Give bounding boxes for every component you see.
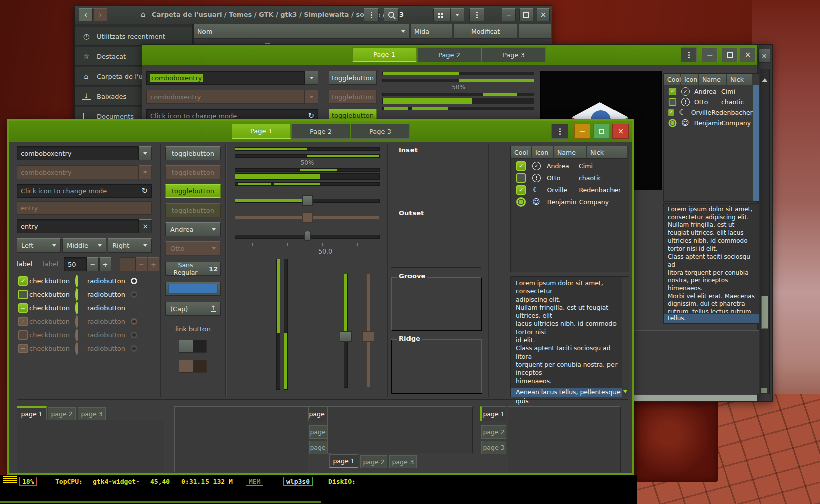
close-button[interactable]: × <box>537 8 550 21</box>
view-grid-button[interactable] <box>433 8 450 21</box>
tree-col-name[interactable]: Name <box>554 146 587 159</box>
entry[interactable]: entry <box>17 219 139 233</box>
close-button[interactable]: × <box>612 124 629 139</box>
togglebutton[interactable]: togglebutton <box>165 146 221 160</box>
view-options-button[interactable] <box>450 8 464 21</box>
tab-page2[interactable]: Page 2 <box>417 47 481 62</box>
checkbox-checked[interactable] <box>516 161 526 171</box>
switch-off[interactable] <box>179 340 207 353</box>
table-row[interactable]: ☺BenjaminCompany <box>664 118 752 128</box>
spin-decrement-button[interactable]: − <box>87 257 99 271</box>
column-header-name[interactable]: Nom <box>194 24 409 39</box>
notebook4-tab-page3[interactable]: page 3 <box>481 441 506 454</box>
window-menu-button[interactable] <box>681 47 697 62</box>
table-row[interactable]: ☾OrvilleRedenbacher <box>511 184 628 196</box>
comboboxentry-dropdown-button[interactable] <box>305 71 318 85</box>
table-row[interactable]: !Ottochaotic <box>511 172 628 184</box>
refresh-icon[interactable]: ↻ <box>141 186 148 195</box>
notebook3-tab-page2[interactable]: page 2 <box>360 455 387 468</box>
tree-col-icon[interactable]: Icon <box>681 74 699 85</box>
table-row[interactable]: ☾OrvilleRedenbacher <box>664 107 752 118</box>
table-row[interactable]: ✓AndreaCimi <box>664 86 752 97</box>
radiobutton-small[interactable] <box>131 291 137 298</box>
radio-selected[interactable] <box>668 119 676 127</box>
slider-handle[interactable] <box>340 331 352 342</box>
notebook4-tab-page2[interactable]: page 2 <box>481 425 506 439</box>
checkbutton-indeterminate[interactable] <box>18 303 28 313</box>
notebook3-tab-page1[interactable]: page 1 <box>329 454 358 468</box>
pane-divider[interactable] <box>160 144 161 397</box>
headerbar[interactable]: Page 1 Page 2 Page 3 − × <box>9 121 632 142</box>
font-button[interactable]: Sans Regular 12 <box>165 262 221 276</box>
checkbox-unchecked[interactable] <box>669 98 676 106</box>
close-button[interactable]: × <box>758 49 770 63</box>
maximize-button[interactable] <box>593 124 609 139</box>
minimize-button[interactable]: − <box>574 124 590 139</box>
table-row[interactable]: ✓AndreaCimi <box>511 160 628 172</box>
tab-page3[interactable]: Page 3 <box>482 47 546 62</box>
maximize-button[interactable] <box>722 47 738 62</box>
combobox[interactable]: Andrea <box>165 222 221 236</box>
menu-kebab-button[interactable] <box>364 8 379 21</box>
slider-handle[interactable] <box>302 195 313 206</box>
scroll-up-icon[interactable] <box>762 75 768 82</box>
window-menu-button[interactable] <box>551 124 568 139</box>
radiobutton-indeterminate[interactable] <box>75 302 78 314</box>
hscale[interactable] <box>235 195 380 207</box>
scrollbar-vertical[interactable] <box>622 277 629 397</box>
pane-divider[interactable] <box>488 144 489 397</box>
scrollbar-thumb[interactable] <box>761 296 768 329</box>
window-menu-button[interactable] <box>469 8 484 21</box>
comboboxentry-dropdown-button[interactable] <box>139 146 152 160</box>
tab-page1[interactable]: Page 1 <box>352 47 417 62</box>
scrollbar-vertical[interactable] <box>753 85 759 201</box>
scrollbar-vertical[interactable] <box>760 69 770 394</box>
vscale[interactable] <box>340 274 352 389</box>
checkbutton-unchecked[interactable] <box>18 290 28 299</box>
minimize-button[interactable]: − <box>502 8 516 21</box>
scrollbar-thumb-2[interactable] <box>761 388 767 393</box>
column-header-size[interactable]: Mida <box>411 24 453 39</box>
radiobutton-small[interactable] <box>131 278 137 284</box>
hscale-with-marks[interactable] <box>235 230 380 247</box>
notebook3-tab-page3[interactable]: page 3 <box>389 455 417 468</box>
table-row[interactable]: ☺BenjaminCompany <box>511 196 628 208</box>
entry-clear-button[interactable]: × <box>139 219 152 233</box>
comboboxentry[interactable]: comboboxentry <box>146 71 305 85</box>
tree-col-cool[interactable]: Cool <box>511 146 532 159</box>
dropdown-left[interactable]: Left <box>17 238 61 253</box>
spin-increment-button[interactable]: + <box>99 257 111 271</box>
sidebar-item-recent[interactable]: ◷Utilitzats recentment <box>75 27 192 46</box>
spinbutton-value[interactable]: 50 <box>64 257 87 271</box>
checkbox-unchecked[interactable] <box>516 173 526 183</box>
tab-page2[interactable]: Page 2 <box>291 124 350 139</box>
tree-col-cool[interactable]: Cool <box>664 74 681 85</box>
headerbar[interactable]: Page 1 Page 2 Page 3 − × <box>142 45 757 65</box>
notebook1-tab-page3[interactable]: page 3 <box>78 407 106 420</box>
checkbox-checked[interactable] <box>516 185 526 195</box>
notebook1-tab-page2[interactable]: page 2 <box>48 407 76 420</box>
textview[interactable]: Lorem ipsum dolor sit amet, consectetur … <box>663 203 759 324</box>
pane-divider[interactable] <box>225 144 227 397</box>
close-button[interactable]: × <box>740 47 756 62</box>
forward-button[interactable]: › <box>93 8 107 21</box>
link-button[interactable]: link button <box>165 324 221 333</box>
notebook4-tab-page1[interactable]: page 1 <box>480 406 506 421</box>
back-button[interactable]: ‹ <box>79 8 93 21</box>
checkbox-checked[interactable] <box>668 109 674 116</box>
color-button[interactable] <box>165 282 221 296</box>
treeview[interactable]: Cool Icon Name Nick ✓AndreaCimi !Ottocha… <box>510 146 629 272</box>
comboboxentry[interactable]: comboboxentry <box>17 146 139 160</box>
radiobutton-unselected[interactable] <box>75 288 78 301</box>
togglebutton-active[interactable]: togglebutton <box>165 184 221 198</box>
tree-col-nick[interactable]: Nick <box>727 74 752 85</box>
checkbox-checked[interactable] <box>669 88 676 95</box>
radiobutton-selected[interactable] <box>75 275 78 287</box>
notebook1-tab-page1[interactable]: page 1 <box>17 406 47 420</box>
radio-selected[interactable] <box>516 197 526 207</box>
column-header-modified[interactable]: Modificat <box>454 24 518 39</box>
slider-handle[interactable] <box>304 231 311 241</box>
tree-col-icon[interactable]: Icon <box>532 146 554 159</box>
textview[interactable]: Lorem ipsum dolor sit amet, consectetur … <box>510 276 629 397</box>
file-chooser-button[interactable]: (Cap) ↑ <box>165 302 221 316</box>
